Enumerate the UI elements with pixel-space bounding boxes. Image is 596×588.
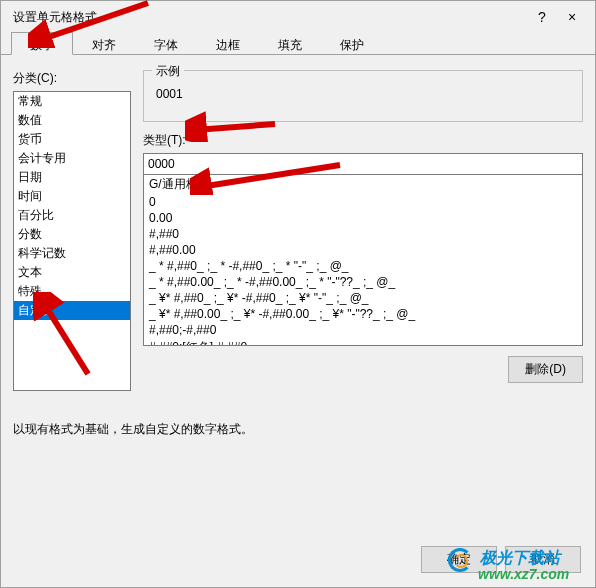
sample-value: 0001 [154,87,572,101]
sample-legend: 示例 [152,63,184,80]
list-item[interactable]: 日期 [14,168,130,187]
tab-fill[interactable]: 填充 [259,32,321,55]
list-item[interactable]: #,##0 [144,226,582,242]
tab-protection[interactable]: 保护 [321,32,383,55]
hint-text: 以现有格式为基础，生成自定义的数字格式。 [13,421,583,438]
tab-strip: 数字 对齐 字体 边框 填充 保护 [1,31,595,55]
list-item[interactable]: #,##0.00 [144,242,582,258]
left-column: 分类(C): 常规 数值 货币 会计专用 日期 时间 百分比 分数 科学记数 文… [13,70,131,391]
list-item[interactable]: #,##0;-#,##0 [144,322,582,338]
footer: 确定 取消 [1,536,595,587]
type-label: 类型(T): [143,132,583,149]
right-column: 示例 0001 类型(T): G/通用格式 0 0.00 #,##0 #,##0… [143,70,583,391]
delete-row: 删除(D) [143,356,583,383]
help-icon[interactable]: ? [527,9,557,25]
tab-font[interactable]: 字体 [135,32,197,55]
main-row: 分类(C): 常规 数值 货币 会计专用 日期 时间 百分比 分数 科学记数 文… [13,70,583,391]
format-code-listbox[interactable]: G/通用格式 0 0.00 #,##0 #,##0.00 _ * #,##0_ … [143,174,583,346]
category-label: 分类(C): [13,70,131,87]
list-item[interactable]: G/通用格式 [144,175,582,194]
tab-number[interactable]: 数字 [11,32,73,55]
content-area: 分类(C): 常规 数值 货币 会计专用 日期 时间 百分比 分数 科学记数 文… [1,55,595,536]
list-item[interactable]: 文本 [14,263,130,282]
list-item[interactable]: 会计专用 [14,149,130,168]
list-item[interactable]: 0 [144,194,582,210]
list-item[interactable]: 时间 [14,187,130,206]
close-icon[interactable]: × [557,9,587,25]
list-item[interactable]: 常规 [14,92,130,111]
list-item[interactable]: 数值 [14,111,130,130]
list-item[interactable]: _ * #,##0.00_ ;_ * -#,##0.00_ ;_ * "-"??… [144,274,582,290]
list-item-custom[interactable]: 自定义 [14,301,130,320]
list-item[interactable]: #,##0;[红色]-#,##0 [144,338,582,346]
category-listbox[interactable]: 常规 数值 货币 会计专用 日期 时间 百分比 分数 科学记数 文本 特殊 自定… [13,91,131,391]
type-input[interactable] [143,153,583,175]
tab-border[interactable]: 边框 [197,32,259,55]
titlebar: 设置单元格格式 ? × [1,1,595,31]
list-item[interactable]: 特殊 [14,282,130,301]
sample-box: 示例 0001 [143,70,583,122]
format-cells-dialog: 设置单元格格式 ? × 数字 对齐 字体 边框 填充 保护 分类(C): 常规 … [0,0,596,588]
dialog-title: 设置单元格格式 [13,9,527,26]
cancel-button[interactable]: 取消 [505,546,581,573]
list-item[interactable]: _ * #,##0_ ;_ * -#,##0_ ;_ * "-"_ ;_ @_ [144,258,582,274]
watermark-logo-icon [448,548,472,572]
list-item[interactable]: 百分比 [14,206,130,225]
tab-alignment[interactable]: 对齐 [73,32,135,55]
list-item[interactable]: 货币 [14,130,130,149]
list-item[interactable]: _ ¥* #,##0.00_ ;_ ¥* -#,##0.00_ ;_ ¥* "-… [144,306,582,322]
list-item[interactable]: 分数 [14,225,130,244]
list-item[interactable]: _ ¥* #,##0_ ;_ ¥* -#,##0_ ;_ ¥* "-"_ ;_ … [144,290,582,306]
list-item[interactable]: 科学记数 [14,244,130,263]
delete-button[interactable]: 删除(D) [508,356,583,383]
list-item[interactable]: 0.00 [144,210,582,226]
